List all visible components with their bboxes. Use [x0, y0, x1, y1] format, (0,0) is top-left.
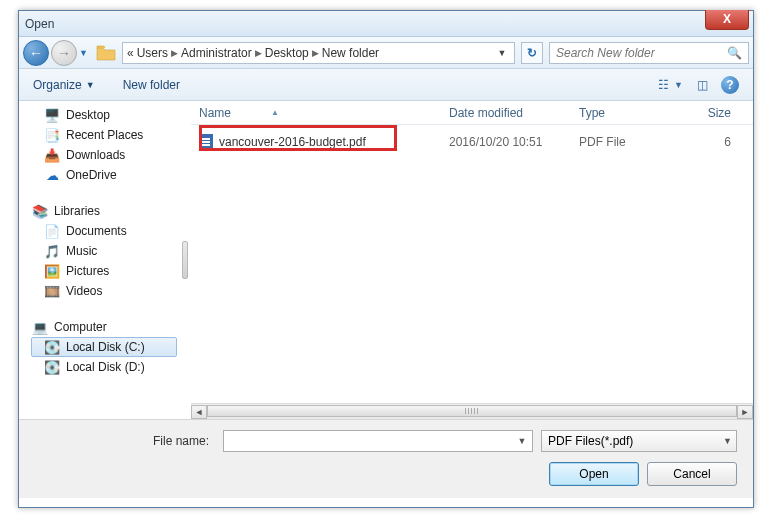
- breadcrumb-item[interactable]: Administrator: [181, 46, 252, 60]
- scroll-left-button[interactable]: ◄: [191, 405, 207, 419]
- preview-pane-button[interactable]: ◫: [693, 76, 711, 94]
- file-rows[interactable]: vancouver-2016-budget.pdf 2016/10/20 10:…: [191, 125, 753, 403]
- search-input[interactable]: [556, 46, 727, 60]
- file-row[interactable]: vancouver-2016-budget.pdf 2016/10/20 10:…: [191, 131, 753, 153]
- tree-item-music[interactable]: 🎵Music: [31, 241, 177, 261]
- new-folder-button[interactable]: New folder: [123, 78, 180, 92]
- breadcrumb[interactable]: « Users▶ Administrator▶ Desktop▶ New fol…: [122, 42, 515, 64]
- horizontal-scrollbar[interactable]: ◄ ►: [191, 403, 753, 419]
- help-button[interactable]: ?: [721, 76, 739, 94]
- organize-menu[interactable]: Organize ▼: [33, 78, 95, 92]
- window-title: Open: [25, 17, 54, 31]
- tree-item-desktop[interactable]: 🖥️Desktop: [31, 105, 177, 125]
- scroll-right-button[interactable]: ►: [737, 405, 753, 419]
- view-mode-button[interactable]: ☷ ▼: [654, 76, 683, 94]
- recent-icon: 📑: [44, 127, 60, 143]
- file-type: PDF File: [571, 135, 671, 149]
- sort-indicator-icon: ▲: [271, 108, 279, 117]
- open-button[interactable]: Open: [549, 462, 639, 486]
- toolbar: Organize ▼ New folder ☷ ▼ ◫ ?: [19, 69, 753, 101]
- file-name: vancouver-2016-budget.pdf: [219, 135, 366, 149]
- downloads-icon: 📥: [44, 147, 60, 163]
- column-header-date[interactable]: Date modified: [441, 106, 571, 120]
- folder-icon: [96, 44, 116, 62]
- scroll-thumb[interactable]: [207, 405, 737, 417]
- pictures-icon: 🖼️: [44, 263, 60, 279]
- libraries-icon: 📚: [32, 203, 48, 219]
- search-icon[interactable]: 🔍: [727, 46, 742, 60]
- disk-icon: 💽: [44, 339, 60, 355]
- nav-bar: ← → ▼ « Users▶ Administrator▶ Desktop▶ N…: [19, 37, 753, 69]
- breadcrumb-item[interactable]: Desktop: [265, 46, 309, 60]
- breadcrumb-item[interactable]: New folder: [322, 46, 379, 60]
- tree-item-local-disk-c[interactable]: 💽Local Disk (C:): [31, 337, 177, 357]
- videos-icon: 🎞️: [44, 283, 60, 299]
- file-list: Name▲ Date modified Type Size vancouver-…: [191, 101, 753, 419]
- tree-item-recent[interactable]: 📑Recent Places: [31, 125, 177, 145]
- pdf-file-icon: [199, 134, 213, 150]
- column-headers: Name▲ Date modified Type Size: [191, 101, 753, 125]
- tree-item-computer[interactable]: 💻Computer: [31, 317, 177, 337]
- file-size: 6: [671, 135, 753, 149]
- tree-item-downloads[interactable]: 📥Downloads: [31, 145, 177, 165]
- nav-tree[interactable]: 🖥️Desktop 📑Recent Places 📥Downloads ☁One…: [19, 101, 179, 419]
- column-header-type[interactable]: Type: [571, 106, 671, 120]
- forward-button[interactable]: →: [51, 40, 77, 66]
- tree-item-videos[interactable]: 🎞️Videos: [31, 281, 177, 301]
- filename-label: File name:: [35, 434, 215, 448]
- chevron-down-icon: ▼: [723, 436, 732, 446]
- splitter-handle[interactable]: [182, 241, 188, 279]
- splitter[interactable]: [179, 101, 191, 419]
- refresh-button[interactable]: ↻: [521, 42, 543, 64]
- cancel-button[interactable]: Cancel: [647, 462, 737, 486]
- file-date: 2016/10/20 10:51: [441, 135, 571, 149]
- bottom-panel: File name: ▼ PDF Files(*.pdf) ▼ Open Can…: [19, 419, 753, 498]
- tree-item-libraries[interactable]: 📚Libraries: [31, 201, 177, 221]
- breadcrumb-item[interactable]: Users: [137, 46, 168, 60]
- breadcrumb-dropdown[interactable]: ▼: [494, 48, 510, 58]
- filename-dropdown[interactable]: ▼: [514, 433, 530, 449]
- tree-item-onedrive[interactable]: ☁OneDrive: [31, 165, 177, 185]
- chevron-down-icon: ▼: [86, 80, 95, 90]
- documents-icon: 📄: [44, 223, 60, 239]
- column-header-size[interactable]: Size: [671, 106, 753, 120]
- view-icon: ☷: [654, 76, 672, 94]
- scroll-track[interactable]: [207, 405, 737, 419]
- tree-item-pictures[interactable]: 🖼️Pictures: [31, 261, 177, 281]
- computer-icon: 💻: [32, 319, 48, 335]
- desktop-icon: 🖥️: [44, 107, 60, 123]
- column-header-name[interactable]: Name▲: [191, 106, 441, 120]
- disk-icon: 💽: [44, 359, 60, 375]
- body-area: 🖥️Desktop 📑Recent Places 📥Downloads ☁One…: [19, 101, 753, 419]
- tree-item-documents[interactable]: 📄Documents: [31, 221, 177, 241]
- titlebar[interactable]: Open X: [19, 11, 753, 37]
- close-button[interactable]: X: [705, 10, 749, 30]
- file-type-filter[interactable]: PDF Files(*.pdf) ▼: [541, 430, 737, 452]
- nav-history-dropdown[interactable]: ▼: [79, 48, 90, 58]
- chevron-right-icon: ▶: [312, 48, 319, 58]
- chevron-down-icon[interactable]: ▼: [674, 80, 683, 90]
- chevron-right-icon: ▶: [171, 48, 178, 58]
- chevron-right-icon: ▶: [255, 48, 262, 58]
- onedrive-icon: ☁: [44, 167, 60, 183]
- music-icon: 🎵: [44, 243, 60, 259]
- back-button[interactable]: ←: [23, 40, 49, 66]
- filename-input[interactable]: ▼: [223, 430, 533, 452]
- open-dialog: Open X ← → ▼ « Users▶ Administrator▶ Des…: [18, 10, 754, 508]
- tree-item-local-disk-d[interactable]: 💽Local Disk (D:): [31, 357, 177, 377]
- search-box[interactable]: 🔍: [549, 42, 749, 64]
- breadcrumb-overflow[interactable]: «: [127, 46, 134, 60]
